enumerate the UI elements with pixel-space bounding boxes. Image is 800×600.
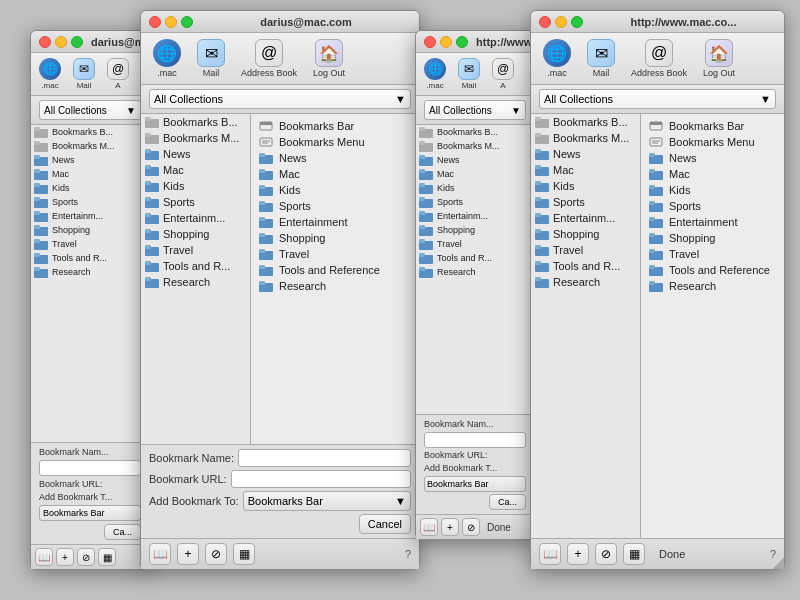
addr-btn-4[interactable]: @ Address Book — [627, 37, 691, 80]
sidebar-item-bmenu-1[interactable]: Bookmarks M... — [31, 139, 149, 153]
sidebar-item-sports-3[interactable]: Sports — [416, 195, 534, 209]
sidebar-item-sports-4[interactable]: Sports — [531, 194, 640, 210]
addr-btn-1[interactable]: @ A — [103, 56, 133, 92]
minimize-button-3[interactable] — [440, 36, 452, 48]
mail-btn-4[interactable]: ✉ Mail — [583, 37, 619, 80]
sidebar-item-research-3[interactable]: Research — [416, 265, 534, 279]
bm-item-travel[interactable]: Travel — [255, 246, 415, 262]
sidebar-item-tools-4[interactable]: Tools and R... — [531, 258, 640, 274]
book-icon-1[interactable]: 📖 — [35, 548, 53, 566]
sidebar-item-bbar-2[interactable]: Bookmarks B... — [141, 114, 250, 130]
sidebar-item-mac-1[interactable]: Mac — [31, 167, 149, 181]
sidebar-item-shop-4[interactable]: Shopping — [531, 226, 640, 242]
add-icon-4[interactable]: + — [567, 543, 589, 565]
bbar-dropdown-2[interactable]: Bookmarks Bar ▼ — [243, 491, 411, 511]
sidebar-item-travel-4[interactable]: Travel — [531, 242, 640, 258]
remove-icon-3[interactable]: ⊘ — [462, 518, 480, 536]
collections-select-3[interactable]: All Collections ▼ — [424, 100, 526, 120]
bm4-item-shop[interactable]: Shopping — [645, 230, 780, 246]
mail-btn-2[interactable]: ✉ Mail — [193, 37, 229, 80]
add-icon-2[interactable]: + — [177, 543, 199, 565]
minimize-button-1[interactable] — [55, 36, 67, 48]
collections-select-1[interactable]: All Collections ▼ — [39, 100, 141, 120]
sidebar-item-shop-1[interactable]: Shopping — [31, 223, 149, 237]
bm4-item-kids[interactable]: Kids — [645, 182, 780, 198]
sidebar-item-research-2[interactable]: Research — [141, 274, 250, 290]
sidebar-item-travel-2[interactable]: Travel — [141, 242, 250, 258]
window-darius-small[interactable]: darius@mac.com 🌐 .mac ✉ Mail @ A — [30, 30, 150, 570]
minimize-button-4[interactable] — [555, 16, 567, 28]
grid-icon-1[interactable]: ▦ — [98, 548, 116, 566]
addr-btn-3[interactable]: @ A — [488, 56, 518, 92]
remove-icon-2[interactable]: ⊘ — [205, 543, 227, 565]
collections-select-4[interactable]: All Collections ▼ — [539, 89, 776, 109]
add-icon-3[interactable]: + — [441, 518, 459, 536]
sidebar-item-ent-2[interactable]: Entertainm... — [141, 210, 250, 226]
window-mac-small[interactable]: http://www.mac.co... 🌐 .mac ✉ Mail @ A — [415, 30, 535, 540]
sidebar-item-research-4[interactable]: Research — [531, 274, 640, 290]
bm-item-sports[interactable]: Sports — [255, 198, 415, 214]
grid-icon-4[interactable]: ▦ — [623, 543, 645, 565]
maximize-button-3[interactable] — [456, 36, 468, 48]
close-button-2[interactable] — [149, 16, 161, 28]
cancel-btn-2[interactable]: Cancel — [359, 514, 411, 534]
sidebar-item-news-3[interactable]: News — [416, 153, 534, 167]
bm-item-bar[interactable]: Bookmarks Bar — [255, 118, 415, 134]
grid-icon-2[interactable]: ▦ — [233, 543, 255, 565]
bbar-dropdown-1[interactable]: Bookmarks Bar — [39, 505, 141, 521]
sidebar-item-news-4[interactable]: News — [531, 146, 640, 162]
maximize-button-1[interactable] — [71, 36, 83, 48]
bm4-item-bar[interactable]: Bookmarks Bar — [645, 118, 780, 134]
sidebar-item-mac-2[interactable]: Mac — [141, 162, 250, 178]
add-icon-1[interactable]: + — [56, 548, 74, 566]
minimize-button-2[interactable] — [165, 16, 177, 28]
close-button-3[interactable] — [424, 36, 436, 48]
bm4-item-tools[interactable]: Tools and Reference — [645, 262, 780, 278]
url-input-2[interactable] — [231, 470, 411, 488]
sidebar-item-tools-2[interactable]: Tools and R... — [141, 258, 250, 274]
resize-handle-4[interactable] — [772, 557, 784, 569]
book-icon-3[interactable]: 📖 — [420, 518, 438, 536]
sidebar-item-ent-4[interactable]: Entertainm... — [531, 210, 640, 226]
logout-btn-4[interactable]: 🏠 Log Out — [699, 37, 739, 80]
traffic-lights-1[interactable] — [39, 36, 83, 48]
bm-item-mac[interactable]: Mac — [255, 166, 415, 182]
cancel-btn-1[interactable]: Ca... — [104, 524, 141, 540]
logout-btn-2[interactable]: 🏠 Log Out — [309, 37, 349, 80]
bm4-item-travel[interactable]: Travel — [645, 246, 780, 262]
sidebar-item-bbar-1[interactable]: Bookmarks B... — [31, 125, 149, 139]
remove-icon-4[interactable]: ⊘ — [595, 543, 617, 565]
sidebar-item-mac-3[interactable]: Mac — [416, 167, 534, 181]
sidebar-item-bmenu-3[interactable]: Bookmarks M... — [416, 139, 534, 153]
sidebar-item-tools-1[interactable]: Tools and R... — [31, 251, 149, 265]
book-icon-2[interactable]: 📖 — [149, 543, 171, 565]
mac-btn-3[interactable]: 🌐 .mac — [420, 56, 450, 92]
mac-btn-4[interactable]: 🌐 .mac — [539, 37, 575, 80]
bm-item-ent[interactable]: Entertainment — [255, 214, 415, 230]
bm-item-menu[interactable]: Bookmarks Menu — [255, 134, 415, 150]
bm-item-news[interactable]: News — [255, 150, 415, 166]
window-mac-large[interactable]: http://www.mac.co... 🌐 .mac ✉ Mail @ Add… — [530, 10, 785, 570]
collections-select-2[interactable]: All Collections ▼ — [149, 89, 411, 109]
sidebar-item-travel-1[interactable]: Travel — [31, 237, 149, 251]
mac-btn-2[interactable]: 🌐 .mac — [149, 37, 185, 80]
close-button-1[interactable] — [39, 36, 51, 48]
bm-item-kids[interactable]: Kids — [255, 182, 415, 198]
sidebar-item-ent-3[interactable]: Entertainm... — [416, 209, 534, 223]
sidebar-item-shop-2[interactable]: Shopping — [141, 226, 250, 242]
sidebar-item-news-2[interactable]: News — [141, 146, 250, 162]
traffic-lights-4[interactable] — [539, 16, 583, 28]
bm4-item-mac[interactable]: Mac — [645, 166, 780, 182]
sidebar-item-kids-2[interactable]: Kids — [141, 178, 250, 194]
sidebar-item-travel-3[interactable]: Travel — [416, 237, 534, 251]
sidebar-item-sports-2[interactable]: Sports — [141, 194, 250, 210]
sidebar-item-bmenu-4[interactable]: Bookmarks M... — [531, 130, 640, 146]
close-button-4[interactable] — [539, 16, 551, 28]
sidebar-item-kids-3[interactable]: Kids — [416, 181, 534, 195]
remove-icon-1[interactable]: ⊘ — [77, 548, 95, 566]
maximize-button-4[interactable] — [571, 16, 583, 28]
sidebar-item-bbar-3[interactable]: Bookmarks B... — [416, 125, 534, 139]
sidebar-item-research-1[interactable]: Research — [31, 265, 149, 279]
bm-item-shop[interactable]: Shopping — [255, 230, 415, 246]
bm4-item-menu[interactable]: Bookmarks Menu — [645, 134, 780, 150]
